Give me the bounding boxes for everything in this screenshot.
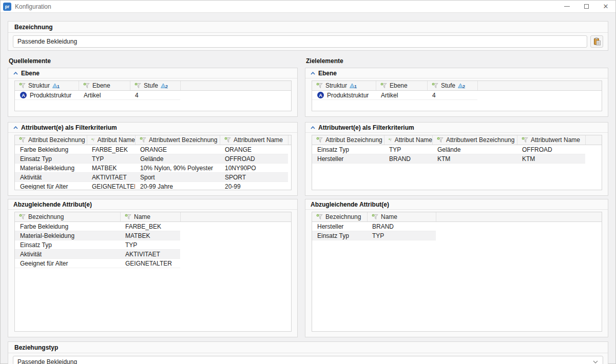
table-cell: GEIGNETALTER bbox=[87, 183, 135, 190]
maximize-icon bbox=[584, 4, 589, 9]
table-header-row: Attribut BezeichnungAttribut NameAttribu… bbox=[15, 135, 291, 145]
filter-funnel-plus-icon bbox=[522, 137, 528, 143]
cell-text: Produktstruktur bbox=[327, 92, 369, 99]
close-button[interactable]: ✕ bbox=[596, 1, 615, 12]
column-header-attribut-bezeichnung[interactable]: Attribut Bezeichnung bbox=[15, 135, 87, 145]
table-row[interactable]: Einsatz TypTYP bbox=[15, 240, 180, 250]
sort-ascending-order-icon: 1 bbox=[350, 83, 357, 89]
window-title: Konfiguration bbox=[15, 3, 51, 10]
window-content: Bezeichnung Quellelemente bbox=[1, 13, 615, 364]
column-header-ebene[interactable]: Ebene bbox=[79, 81, 130, 90]
beziehungstyp-select[interactable]: Passende Bekleidung bbox=[13, 356, 603, 364]
table-row[interactable]: Einsatz TypTYP bbox=[312, 231, 436, 240]
table-row[interactable]: HerstellerBRAND bbox=[312, 222, 436, 231]
column-header-name[interactable]: Name bbox=[120, 212, 180, 221]
filter-funnel-plus-icon bbox=[380, 83, 387, 89]
column-header-attribut-name[interactable]: Attribut Name bbox=[87, 135, 135, 145]
maximize-button[interactable] bbox=[576, 1, 596, 12]
column-header-label: Ebene bbox=[92, 82, 110, 89]
table-cell: 10NY90PO bbox=[220, 165, 288, 172]
table-row[interactable]: Geeignet für AlterGEIGNETALTER20-99 Jahr… bbox=[15, 182, 288, 190]
table-row[interactable]: AktivitätAKTIVITAET bbox=[15, 250, 180, 259]
target-filter-card: Attribut BezeichnungAttribut NameAttribu… bbox=[312, 135, 602, 190]
close-icon: ✕ bbox=[603, 3, 609, 10]
column-header-attributwert-bezeichnung[interactable]: Attributwert Bezeichnung bbox=[432, 135, 517, 145]
cell-text: Geeignet für Alter bbox=[20, 260, 68, 267]
column-header-struktur[interactable]: Struktur1 bbox=[312, 81, 376, 90]
table-row[interactable]: Farbe BekleidungFARBE_BEK bbox=[15, 222, 180, 231]
mapping-columns: Quellelemente Ebene Struktur1EbeneStufe2… bbox=[8, 57, 608, 337]
column-header-attribut-name[interactable]: Attribut Name bbox=[384, 135, 432, 145]
title-bar: pr Konfiguration ✕ bbox=[1, 1, 615, 13]
column-header-ebene[interactable]: Ebene bbox=[376, 81, 427, 90]
column-header-stufe[interactable]: Stufe2 bbox=[427, 81, 477, 90]
chevron-up-icon bbox=[311, 126, 315, 129]
cell-text: MATBEK bbox=[125, 232, 150, 239]
panel-source-filter: Attributwert(e) als Filterkriterium Attr… bbox=[8, 122, 298, 196]
table-row[interactable]: HerstellerBRANDKTMKTM bbox=[312, 154, 585, 164]
table-row[interactable]: Geeignet für AlterGEIGNETALTER bbox=[15, 259, 180, 268]
target-ebene-header[interactable]: Ebene bbox=[305, 68, 608, 78]
table-cell: 10% Nylon, 90% Polyester bbox=[135, 165, 220, 172]
cell-text: AKTIVITAET bbox=[125, 251, 160, 258]
column-header-bezeichnung[interactable]: Bezeichnung bbox=[15, 212, 120, 221]
column-header-attributwert-name[interactable]: Attributwert Name bbox=[517, 135, 585, 145]
cell-text: AKTIVITAET bbox=[92, 174, 127, 181]
filter-funnel-plus-icon bbox=[125, 214, 131, 220]
cell-text: Farbe Bekleidung bbox=[20, 223, 68, 230]
column-header-attributwert-bezeichnung[interactable]: Attributwert Bezeichnung bbox=[135, 135, 220, 145]
table-header-row: BezeichnungName bbox=[15, 212, 291, 222]
table-row[interactable]: AProduktstrukturArtikel4 bbox=[15, 91, 180, 100]
target-filter-header[interactable]: Attributwert(e) als Filterkriterium bbox=[305, 123, 608, 133]
source-filter-header[interactable]: Attributwert(e) als Filterkriterium bbox=[8, 123, 297, 133]
table-cell: Einsatz Typ bbox=[312, 232, 367, 239]
minimize-button[interactable] bbox=[557, 1, 576, 12]
column-header-struktur[interactable]: Struktur1 bbox=[15, 81, 79, 90]
table-row[interactable]: Material-BekleidungMATBEK bbox=[15, 231, 180, 240]
column-header-filler bbox=[436, 212, 602, 221]
table-row[interactable]: Farbe BekleidungFARBE_BEKORANGEORANGE bbox=[15, 145, 288, 154]
app-logo-icon: pr bbox=[3, 3, 11, 11]
table-cell: AProduktstruktur bbox=[15, 92, 79, 99]
cell-text: Material-Bekleidung bbox=[20, 232, 74, 239]
filter-funnel-plus-icon bbox=[19, 214, 26, 220]
target-filter-title: Attributwert(e) als Filterkriterium bbox=[318, 124, 414, 131]
column-header-attribut-bezeichnung[interactable]: Attribut Bezeichnung bbox=[312, 135, 384, 145]
table-cell: 20-99 bbox=[220, 183, 288, 190]
table-row[interactable]: AProduktstrukturArtikel4 bbox=[312, 91, 477, 100]
target-match-title: Abzugleichende Attribut(e) bbox=[311, 201, 389, 208]
target-heading: Zielelemente bbox=[306, 57, 608, 65]
table-row[interactable]: AktivitätAKTIVITAETSportSPORT bbox=[15, 173, 288, 182]
column-header-name[interactable]: Name bbox=[367, 212, 436, 221]
table-cell: Einsatz Typ bbox=[15, 241, 120, 249]
column-header-label: Attribut Bezeichnung bbox=[325, 136, 382, 144]
cell-text: KTM bbox=[437, 155, 450, 163]
filter-funnel-plus-icon bbox=[19, 83, 26, 89]
table-row[interactable]: Material-BekleidungMATBEK10% Nylon, 90% … bbox=[15, 164, 288, 173]
source-heading: Quellelemente bbox=[9, 57, 298, 65]
table-cell: AProduktstruktur bbox=[312, 92, 376, 99]
bezeichnung-section: Bezeichnung bbox=[8, 21, 608, 51]
table-cell: AKTIVITAET bbox=[120, 251, 180, 258]
column-header-label: Bezeichnung bbox=[28, 213, 64, 220]
column-header-stufe[interactable]: Stufe2 bbox=[130, 81, 180, 90]
source-filter-table: Attribut BezeichnungAttribut NameAttribu… bbox=[15, 135, 291, 190]
column-header-bezeichnung[interactable]: Bezeichnung bbox=[312, 212, 367, 221]
source-ebene-header[interactable]: Ebene bbox=[8, 68, 297, 78]
table-row[interactable]: Einsatz TypTYPGeländeOFFROAD bbox=[312, 145, 585, 154]
table-cell: Farbe Bekleidung bbox=[15, 146, 87, 153]
table-cell: BRAND bbox=[384, 155, 432, 163]
cell-text: TYP bbox=[125, 241, 137, 249]
bezeichnung-input[interactable] bbox=[13, 35, 587, 48]
target-match-header: Abzugleichende Attribut(e) bbox=[305, 199, 608, 210]
table-cell: KTM bbox=[432, 155, 517, 163]
table-row[interactable]: Einsatz TypTYPGeländeOFFROAD bbox=[15, 154, 288, 164]
table-cell: Hersteller bbox=[312, 155, 384, 163]
column-header-filler bbox=[180, 81, 291, 90]
cell-text: Produktstruktur bbox=[30, 92, 71, 99]
paste-button[interactable] bbox=[590, 35, 603, 48]
column-header-label: Attribut Name bbox=[98, 136, 135, 144]
column-header-attributwert-name[interactable]: Attributwert Name bbox=[220, 135, 288, 145]
cell-text: 10% Nylon, 90% Polyester bbox=[140, 165, 213, 172]
cell-text: Hersteller bbox=[317, 223, 343, 230]
